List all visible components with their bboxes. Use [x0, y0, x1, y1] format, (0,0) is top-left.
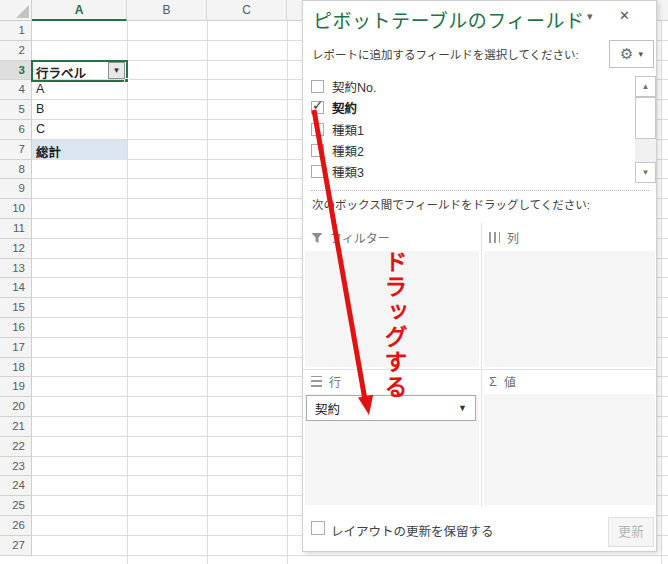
columns-area-header: 列	[489, 229, 519, 246]
row-header-1[interactable]: 1	[0, 21, 32, 41]
tools-button[interactable]: ⚙ ▾	[609, 40, 654, 68]
row-header-4[interactable]: 4	[0, 80, 32, 100]
field-checkbox[interactable]: ✓	[311, 101, 324, 114]
field-checkbox[interactable]	[311, 165, 324, 178]
sigma-icon: Σ	[489, 374, 497, 389]
row-header-15[interactable]: 15	[0, 298, 32, 318]
rows-bars-icon	[311, 376, 322, 387]
row-header-20[interactable]: 20	[0, 397, 32, 417]
field-instruction: レポートに追加するフィールドを選択してください:	[312, 46, 579, 62]
field-label: 種類2	[332, 141, 364, 160]
row-header-10[interactable]: 10	[0, 199, 32, 219]
defer-layout-checkbox[interactable]	[311, 521, 325, 535]
scrollbar-thumb[interactable]	[635, 97, 656, 139]
pane-title: ピボットテーブルのフィールド	[313, 6, 584, 33]
column-header-c[interactable]: C	[207, 0, 287, 21]
field-item-種類2[interactable]: 種類2	[311, 140, 633, 161]
row-header-14[interactable]: 14	[0, 278, 32, 298]
row-header-27[interactable]: 27	[0, 536, 32, 556]
gridline	[207, 21, 208, 564]
row-header-18[interactable]: 18	[0, 358, 32, 378]
row-header-26[interactable]: 26	[0, 516, 32, 536]
field-item-種類1[interactable]: 種類1	[311, 119, 633, 140]
excel-window: ABC 123456789101112131415161718192021222…	[0, 0, 668, 564]
drag-instruction: 次のボックス間でフィールドをドラッグしてください:	[312, 196, 590, 212]
column-header-a[interactable]: A	[32, 0, 127, 21]
row-header-17[interactable]: 17	[0, 338, 32, 358]
row-header-22[interactable]: 22	[0, 437, 32, 457]
scroll-down-icon[interactable]: ▼	[635, 162, 656, 183]
rows-field-pill[interactable]: 契約 ▼	[306, 395, 476, 421]
field-label: 種類3	[332, 162, 364, 181]
column-header-b[interactable]: B	[127, 0, 207, 21]
field-list: 契約No.✓契約種類1種類2種類3	[311, 76, 633, 182]
pivot-data-cell[interactable]: B	[32, 100, 127, 120]
row-header-8[interactable]: 8	[0, 160, 32, 180]
pivot-data-cell[interactable]: C	[32, 120, 127, 140]
row-header-5[interactable]: 5	[0, 100, 32, 120]
chevron-down-icon: ▼	[458, 403, 467, 413]
row-labels-filter-dropdown[interactable]: ▼	[108, 62, 125, 79]
pivot-fields-pane: ピボットテーブルのフィールド ▾ ✕ レポートに追加するフィールドを選択してくだ…	[302, 0, 657, 552]
row-header-21[interactable]: 21	[0, 417, 32, 437]
pane-options-caret-icon[interactable]: ▾	[587, 10, 593, 23]
field-label: 種類1	[332, 120, 364, 139]
funnel-icon	[311, 232, 323, 244]
pivot-total-cell[interactable]: 総計	[32, 140, 127, 160]
columns-drop-area[interactable]	[484, 251, 655, 367]
close-icon[interactable]: ✕	[619, 8, 630, 23]
gridline	[661, 21, 662, 564]
area-divider	[481, 223, 482, 507]
row-header-13[interactable]: 13	[0, 259, 32, 279]
row-header-2[interactable]: 2	[0, 41, 32, 61]
checkmark-icon: ✓	[312, 97, 324, 113]
row-header-9[interactable]: 9	[0, 179, 32, 199]
row-header-24[interactable]: 24	[0, 476, 32, 496]
select-all-icon	[16, 5, 29, 18]
field-checkbox[interactable]	[311, 144, 324, 157]
chevron-down-icon: ▾	[638, 49, 643, 59]
row-header-16[interactable]: 16	[0, 318, 32, 338]
field-item-種類3[interactable]: 種類3	[311, 161, 633, 182]
row-header-19[interactable]: 19	[0, 377, 32, 397]
field-label: 契約No.	[332, 77, 376, 96]
field-item-契約[interactable]: ✓契約	[311, 97, 633, 118]
row-header-25[interactable]: 25	[0, 496, 32, 516]
row-header-3[interactable]: 3	[0, 61, 32, 81]
scroll-up-icon[interactable]: ▲	[635, 76, 656, 97]
update-button[interactable]: 更新	[608, 517, 654, 547]
rows-area-header: 行	[311, 373, 341, 390]
select-all-corner[interactable]	[0, 0, 32, 21]
field-label: 契約	[332, 98, 357, 117]
field-checkbox[interactable]	[311, 80, 324, 93]
values-area-header: Σ 値	[489, 373, 516, 390]
area-divider	[303, 369, 656, 370]
field-checkbox[interactable]	[311, 123, 324, 136]
filters-drop-area[interactable]	[305, 251, 479, 367]
values-drop-area[interactable]	[484, 394, 655, 505]
row-header-11[interactable]: 11	[0, 219, 32, 239]
pivot-data-cell[interactable]: A	[32, 80, 127, 100]
gridline	[287, 21, 288, 564]
row-header-7[interactable]: 7	[0, 140, 32, 160]
row-header-12[interactable]: 12	[0, 239, 32, 259]
gridline	[127, 21, 128, 564]
separator	[311, 190, 649, 191]
defer-layout-label: レイアウトの更新を保留する	[331, 521, 494, 540]
gear-icon: ⚙	[620, 45, 633, 63]
filters-area-header: フィルター	[311, 229, 390, 246]
field-list-scrollbar[interactable]: ▲ ▼	[635, 76, 656, 183]
columns-bars-icon	[489, 232, 500, 243]
row-header-6[interactable]: 6	[0, 120, 32, 140]
row-header-23[interactable]: 23	[0, 457, 32, 477]
field-item-契約No.[interactable]: 契約No.	[311, 76, 633, 97]
